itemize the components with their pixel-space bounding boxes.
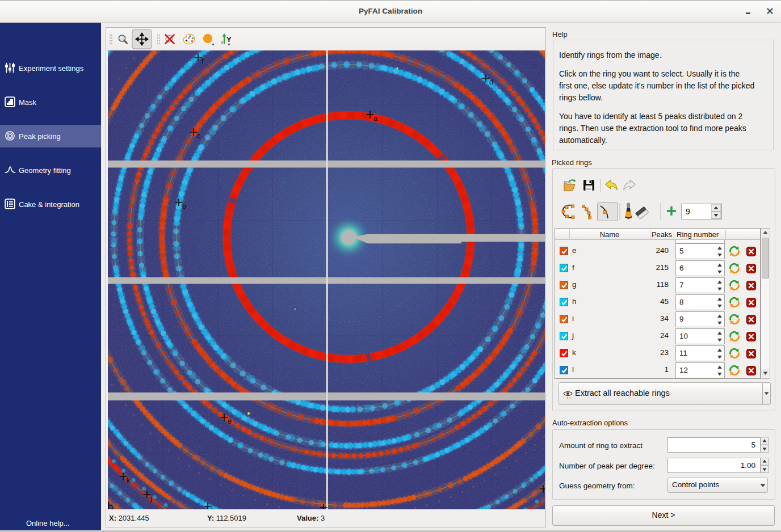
- svg-text:l: l: [112, 505, 114, 509]
- svg-text:j: j: [150, 495, 152, 503]
- svg-text:e: e: [228, 417, 232, 425]
- svg-text:d: d: [489, 78, 493, 86]
- svg-text:b: b: [182, 202, 186, 210]
- svg-text:c: c: [197, 132, 200, 140]
- svg-text:Y: Y: [226, 35, 232, 44]
- svg-text:f: f: [201, 57, 204, 65]
- svg-text:0: 0: [221, 41, 223, 45]
- svg-text:k: k: [127, 476, 131, 484]
- svg-text:h: h: [211, 506, 215, 509]
- svg-text:a: a: [373, 115, 377, 123]
